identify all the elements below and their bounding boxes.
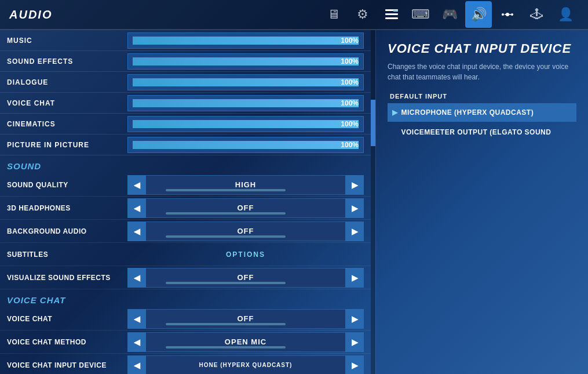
right-section-label: DEFAULT INPUT <box>388 93 576 100</box>
voice-chat-right-btn[interactable]: ▶ <box>345 309 364 329</box>
3d-headphones-bar <box>166 212 285 215</box>
nav-gamepad-icon[interactable]: 🕹 <box>523 1 550 28</box>
nav-list-icon[interactable] <box>378 1 405 28</box>
svg-point-6 <box>511 13 513 16</box>
scrollbar[interactable] <box>371 30 375 374</box>
nav-controller-icon[interactable]: 🎮 <box>436 1 463 28</box>
sfx-bar: 100% <box>127 53 364 70</box>
subtitles-value[interactable]: OPTIONS <box>127 250 364 259</box>
setting-row-subtitles: SUBTITLES OPTIONS <box>0 243 371 266</box>
voice-chat-bar <box>166 323 285 325</box>
device-option-hyperx[interactable]: ▶ MICROPHONE (HYPERX QUADCAST) <box>388 103 576 122</box>
3d-headphones-left-btn[interactable]: ◀ <box>127 198 146 218</box>
background-audio-label: BACKGROUND AUDIO <box>7 227 123 235</box>
voice-chat-method-value: OPEN MIC <box>225 337 266 346</box>
left-panel: MUSIC 100% SOUND EFFECTS 100% DIALOGUE 1… <box>0 30 371 374</box>
device-name-hyperx: MICROPHONE (HYPERX QUADCAST) <box>401 108 534 117</box>
3d-headphones-value: OFF <box>238 204 254 212</box>
device-option-voicemeeter[interactable]: ▶ VOICEMEETER OUTPUT (ELGATO SOUND <box>388 123 576 141</box>
page-title: AUDIO <box>9 8 52 21</box>
voice-chat-value: OFF <box>238 314 254 323</box>
voice-chat-method-left-btn[interactable]: ◀ <box>127 332 146 352</box>
background-audio-value-box: OFF <box>146 222 345 241</box>
background-audio-left-btn[interactable]: ◀ <box>127 222 146 241</box>
voice-input-device-control: ◀ HONE (HYPERX QUADCAST) ▶ <box>127 355 364 375</box>
voice-input-device-left-btn[interactable]: ◀ <box>127 355 146 375</box>
pip-fill <box>133 141 359 149</box>
music-fill <box>133 37 359 45</box>
top-nav: AUDIO 🖥 ⚙ ⌨ 🎮 🔊 🕹 👤 <box>0 0 588 30</box>
pip-value: 100% <box>341 141 359 149</box>
voice-chat-method-right-btn[interactable]: ▶ <box>345 332 364 352</box>
sfx-value: 100% <box>341 57 359 66</box>
visualize-sfx-right-btn[interactable]: ▶ <box>345 268 364 288</box>
pip-label: PICTURE IN PICTURE <box>7 141 123 149</box>
background-audio-value: OFF <box>238 227 254 235</box>
voice-chat-label: VOICE CHAT <box>7 315 123 323</box>
background-audio-bar <box>166 235 285 238</box>
nav-speaker-icon[interactable]: 🔊 <box>465 1 492 28</box>
voice-input-device-value-box: HONE (HYPERX QUADCAST) <box>146 355 345 375</box>
voice-input-device-right-btn[interactable]: ▶ <box>345 355 364 375</box>
sfx-label: SOUND EFFECTS <box>7 57 123 66</box>
nav-network-icon[interactable] <box>494 1 521 28</box>
dialogue-value: 100% <box>341 78 359 86</box>
nav-icons: 🖥 ⚙ ⌨ 🎮 🔊 🕹 👤 <box>320 1 579 28</box>
music-bar: 100% <box>127 32 364 49</box>
sfx-fill <box>133 57 359 66</box>
setting-row-background-audio: BACKGROUND AUDIO ◀ OFF ▶ <box>0 220 371 243</box>
voicechat-fill <box>133 99 359 107</box>
right-panel-title: VOICE CHAT INPUT DEVICE <box>388 42 576 56</box>
voicechat-vol-label: VOICE CHAT <box>7 99 123 107</box>
nav-gear-icon[interactable]: ⚙ <box>349 1 376 28</box>
3d-headphones-value-box: OFF <box>146 198 345 218</box>
voice-chat-method-bar <box>166 346 285 348</box>
voice-chat-left-btn[interactable]: ◀ <box>127 309 146 329</box>
visualize-sfx-control: ◀ OFF ▶ <box>127 268 364 288</box>
dialogue-bar: 100% <box>127 74 364 90</box>
sound-quality-value-box: HIGH <box>146 175 345 195</box>
voice-chat-section-header: VOICE CHAT <box>0 289 371 307</box>
sound-quality-left-btn[interactable]: ◀ <box>127 175 146 195</box>
nav-keyboard-icon[interactable]: ⌨ <box>407 1 434 28</box>
volume-row-voicechat: VOICE CHAT 100% <box>0 93 371 114</box>
cinematics-value: 100% <box>341 120 359 128</box>
sound-section-header: SOUND <box>0 155 371 173</box>
voice-chat-control: ◀ OFF ▶ <box>127 309 364 329</box>
setting-row-voice-chat-method: VOICE CHAT METHOD ◀ OPEN MIC ▶ <box>0 331 371 354</box>
svg-rect-2 <box>385 17 398 19</box>
music-label: MUSIC <box>7 37 123 45</box>
volume-row-dialogue: DIALOGUE 100% <box>0 72 371 93</box>
3d-headphones-right-btn[interactable]: ▶ <box>345 198 364 218</box>
3d-headphones-control: ◀ OFF ▶ <box>127 198 364 218</box>
main-layout: MUSIC 100% SOUND EFFECTS 100% DIALOGUE 1… <box>0 30 588 374</box>
visualize-sfx-value-box: OFF <box>146 268 345 288</box>
visualize-sfx-left-btn[interactable]: ◀ <box>127 268 146 288</box>
music-value: 100% <box>341 37 359 45</box>
volume-row-music: MUSIC 100% <box>0 30 371 51</box>
setting-row-voice-chat: VOICE CHAT ◀ OFF ▶ <box>0 307 371 331</box>
sound-quality-label: SOUND QUALITY <box>7 181 123 189</box>
background-audio-right-btn[interactable]: ▶ <box>345 222 364 241</box>
voice-input-device-label: VOICE CHAT INPUT DEVICE <box>7 361 123 369</box>
visualize-sfx-value: OFF <box>238 273 254 282</box>
svg-point-5 <box>502 13 504 16</box>
visualize-sfx-bar <box>166 282 285 284</box>
selected-arrow-icon: ▶ <box>392 108 398 117</box>
device-name-voicemeeter: VOICEMEETER OUTPUT (ELGATO SOUND <box>401 128 552 136</box>
cinematics-fill <box>133 120 359 128</box>
cinematics-bar: 100% <box>127 116 364 132</box>
nav-monitor-icon[interactable]: 🖥 <box>320 1 347 28</box>
sound-quality-right-btn[interactable]: ▶ <box>345 175 364 195</box>
voice-chat-method-label: VOICE CHAT METHOD <box>7 338 123 346</box>
sound-quality-bar <box>166 189 285 191</box>
nav-user-icon[interactable]: 👤 <box>552 1 579 28</box>
svg-rect-3 <box>393 10 398 12</box>
volume-row-pip: PICTURE IN PICTURE 100% <box>0 135 371 155</box>
right-panel: VOICE CHAT INPUT DEVICE Changes the voic… <box>375 30 588 374</box>
dialogue-fill <box>133 78 359 86</box>
scrollbar-thumb[interactable] <box>371 100 375 146</box>
subtitles-label: SUBTITLES <box>7 250 123 259</box>
volume-row-sfx: SOUND EFFECTS 100% <box>0 51 371 72</box>
svg-rect-1 <box>385 13 398 15</box>
